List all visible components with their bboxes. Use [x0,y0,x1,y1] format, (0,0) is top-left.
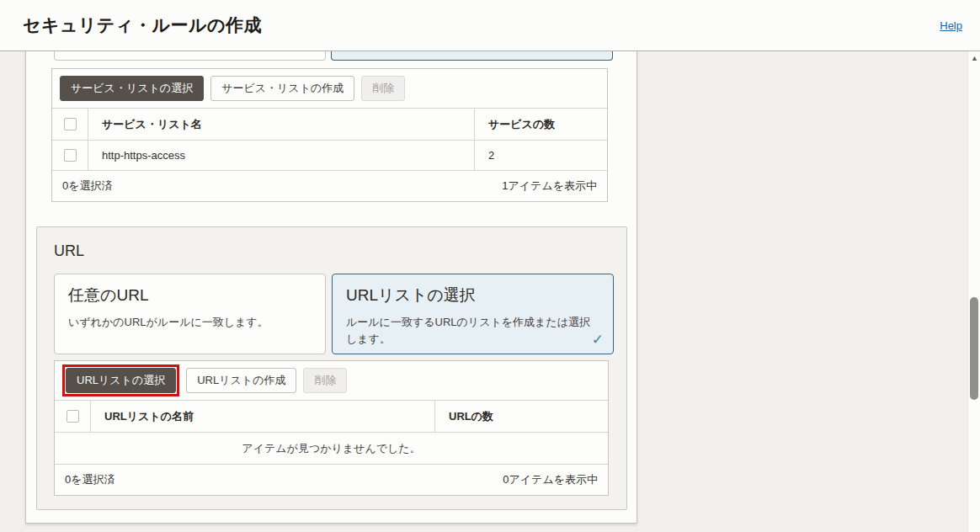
service-count-column-header: サービスの数 [474,109,607,140]
delete-url-list-button: 削除 [303,368,347,393]
url-option-card-select-description: ルールに一致するURLのリストを作成または選択します。 [346,314,599,347]
create-service-list-button[interactable]: サービス・リストの作成 [210,76,354,101]
url-table-empty-message: アイテムが見つかりませんでした。 [55,433,608,465]
url-option-card-select[interactable]: URLリストの選択 ルールに一致するURLのリストを作成または選択します。 ✓ [332,274,614,354]
click-target-highlight: URLリストの選択 [62,364,179,396]
select-service-list-button[interactable]: サービス・リストの選択 [60,76,204,101]
url-name-column-header: URLリストの名前 [91,401,434,432]
url-toolbar: URLリストの選択 URLリストの作成 削除 [55,361,608,401]
help-link[interactable]: Help [940,19,962,32]
service-items-shown: 1アイテムを表示中 [502,178,597,194]
url-option-cards: 任意のURL いずれかのURLがルールに一致します。 URLリストの選択 ルール… [54,274,614,354]
delete-service-list-button: 削除 [361,76,405,101]
url-selected-count: 0を選択済 [65,472,115,487]
url-option-card-any-description: いずれかのURLがルールに一致します。 [68,314,312,331]
page-title: セキュリティ・ルールの作成 [23,13,262,37]
service-list-box: サービス・リストの選択 サービス・リストの作成 削除 サービス・リスト名 サービ… [51,68,608,202]
service-option-card-select-stub[interactable] [331,51,613,61]
url-items-shown: 0アイテムを表示中 [503,472,598,487]
url-list-box: URLリストの選択 URLリストの作成 削除 URLリストの名前 URLの数 ア… [54,360,609,496]
service-table-footer: 0を選択済 1アイテムを表示中 [52,171,607,201]
service-table-header: サービス・リスト名 サービスの数 [52,109,607,141]
select-url-list-button[interactable]: URLリストの選択 [66,368,176,393]
url-option-card-select-title: URLリストの選択 [346,285,599,306]
scroll-up-icon[interactable]: ▲ [968,54,980,62]
url-table-footer: 0を選択済 0アイテムを表示中 [55,465,608,495]
service-select-all-checkbox[interactable] [64,118,77,130]
service-toolbar: サービス・リストの選択 サービス・リストの作成 削除 [52,69,607,109]
url-option-card-any-title: 任意のURL [68,285,312,306]
selected-checkmark-icon: ✓ [592,331,604,348]
service-table-row: http-https-access 2 [52,141,607,171]
service-select-all-cell [52,109,88,140]
url-select-all-cell [55,401,91,432]
service-option-card-any-stub[interactable] [54,51,326,61]
service-row-checkbox[interactable] [64,149,77,162]
url-section-heading: URL [54,242,84,260]
url-count-column-header: URLの数 [434,401,608,432]
url-table-header: URLリストの名前 URLの数 [55,401,608,433]
service-name-column-header: サービス・リスト名 [88,109,474,140]
service-row-name: http-https-access [88,141,474,170]
create-security-rule-form: サービス・リストの選択 サービス・リストの作成 削除 サービス・リスト名 サービ… [25,51,637,524]
service-selected-count: 0を選択済 [62,178,113,194]
url-select-all-checkbox[interactable] [67,410,79,423]
vertical-scrollbar[interactable]: ▲ [967,51,980,532]
url-section: URL 任意のURL いずれかのURLがルールに一致します。 URLリストの選択… [36,226,627,510]
create-url-list-button[interactable]: URLリストの作成 [186,368,296,393]
service-row-checkbox-cell [52,141,88,170]
scrollbar-thumb[interactable] [970,297,978,400]
url-option-card-any[interactable]: 任意のURL いずれかのURLがルールに一致します。 [54,274,326,354]
app-header: セキュリティ・ルールの作成 Help [0,0,980,51]
service-row-count: 2 [474,141,607,170]
